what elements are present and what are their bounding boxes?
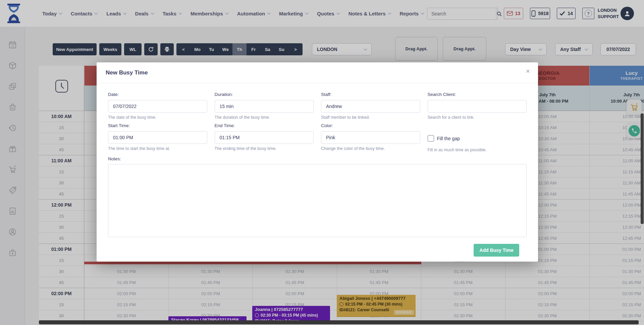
notes-group: Notes: — [108, 156, 527, 238]
end-time-input[interactable] — [215, 131, 314, 144]
start-time-field-group: Start Time: The time to start the busy t… — [108, 120, 207, 152]
staff-input[interactable] — [321, 100, 420, 113]
start-time-label: Start Time: — [108, 123, 207, 128]
fill-gap-helper: Fill in as much time as possible. — [428, 148, 527, 152]
color-helper: Change the color of the busy time. — [321, 146, 420, 151]
end-time-label: End Time: — [215, 123, 314, 128]
date-field-group: Date: The date of the busy time. — [108, 89, 207, 120]
end-time-field-group: End Time: The ending time of the busy ti… — [215, 120, 314, 152]
search-client-field-group: Search Client: Search for a client to li… — [428, 89, 527, 120]
duration-field-group: Duration: The duration of the busy time. — [215, 89, 314, 120]
date-input[interactable] — [108, 100, 207, 113]
color-label: Color: — [321, 123, 420, 128]
start-time-input[interactable] — [108, 131, 207, 144]
close-icon[interactable]: × — [526, 67, 530, 74]
fill-gap-checkbox[interactable] — [428, 135, 434, 142]
duration-label: Duration: — [215, 92, 314, 97]
start-time-helper: The time to start the busy time at. — [108, 146, 207, 151]
staff-field-group: Staff: Staff member to be linked. — [321, 89, 420, 120]
fill-gap-group: Fill the gap Fill in as much time as pos… — [428, 120, 527, 152]
duration-helper: The duration of the busy time. — [215, 115, 314, 120]
date-label: Date: — [108, 92, 207, 97]
add-busy-time-button[interactable]: Add Busy Time — [474, 244, 519, 257]
staff-helper: Staff member to be linked. — [321, 115, 420, 120]
app-window: TodayContactsLeadsDealsTasksMembershipsA… — [0, 0, 644, 325]
modal-title: New Busy Time — [97, 62, 538, 83]
notes-textarea[interactable] — [108, 164, 527, 237]
search-client-input[interactable] — [428, 100, 527, 113]
end-time-helper: The ending time of the busy time. — [215, 146, 314, 151]
color-input[interactable] — [321, 131, 420, 144]
color-field-group: Color: Change the color of the busy time… — [321, 120, 420, 152]
duration-input[interactable] — [215, 100, 314, 113]
notes-label: Notes: — [108, 156, 527, 161]
staff-label: Staff: — [321, 92, 420, 97]
search-client-helper: Search for a client to link. — [428, 115, 527, 120]
search-client-label: Search Client: — [428, 92, 527, 97]
date-helper: The date of the busy time. — [108, 115, 207, 120]
fill-gap-label: Fill the gap — [437, 136, 460, 141]
new-busy-time-modal: New Busy Time × Date: The date of the bu… — [97, 62, 538, 262]
